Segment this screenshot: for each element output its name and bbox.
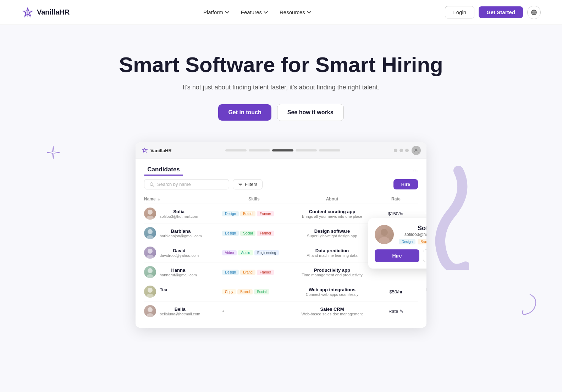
about-title: Web app integrations	[286, 287, 378, 292]
svg-marker-6	[142, 148, 147, 152]
get-started-button[interactable]: Get Started	[479, 6, 523, 18]
skill-tag: Brand	[240, 270, 255, 275]
skill-tag: Brand	[237, 289, 253, 294]
candidate-email: hannarut@gmail.com	[160, 273, 197, 277]
skill-tag: Engineering	[254, 250, 279, 255]
app-mockup: VanillaHR	[136, 142, 426, 328]
candidate-avatar	[144, 247, 156, 259]
about-title: Content curating app	[286, 209, 378, 214]
svg-point-8	[150, 183, 153, 186]
nav-actions: Login Get Started	[445, 6, 541, 19]
candidate-avatar	[144, 305, 156, 317]
about-title: Data prediction	[286, 248, 378, 253]
get-in-touch-button[interactable]: Get in touch	[218, 104, 271, 121]
nav-platform[interactable]: Platform	[203, 9, 230, 15]
candidate-rate: Rate ✎	[378, 309, 414, 314]
timezone-text: (GMT -5) EST	[414, 292, 426, 296]
browser-tab-1	[225, 149, 247, 151]
candidate-email: sofiloo3@hotmail.com	[160, 214, 198, 219]
about-title: Productivity app	[286, 267, 378, 273]
popup-tags: DesignBrandFramer	[399, 239, 426, 244]
browser-bar: VanillaHR	[136, 142, 426, 159]
search-box[interactable]: Search by name	[144, 179, 229, 189]
popup-actions: Hire Message	[375, 249, 426, 262]
candidate-about: Design software Super lightweight design…	[286, 228, 378, 238]
svg-point-25	[148, 307, 153, 312]
skill-tag: Social	[254, 289, 269, 294]
brand-logo[interactable]: VanillaHR	[21, 6, 70, 19]
about-desc: Time management and productivity	[286, 273, 378, 277]
candidate-about: Content curating app Brings all your new…	[286, 209, 378, 219]
skill-tag: Framer	[257, 270, 274, 275]
filters-button[interactable]: Filters	[233, 179, 263, 189]
browser-tab-3	[272, 149, 293, 151]
deco-star	[46, 145, 60, 161]
candidate-location: Los Angeles, CA, USA (GMT -8) PST	[414, 209, 426, 218]
popup-info: Sofia sofiloo3@hotmail.com DesignBrandFr…	[399, 225, 426, 244]
deco-swirl	[519, 291, 541, 321]
popup-hire-button[interactable]: Hire	[375, 249, 419, 262]
search-icon	[149, 182, 154, 187]
browser-user-avatar	[412, 146, 421, 155]
see-how-it-works-button[interactable]: See how it works	[277, 104, 344, 121]
browser-dot-3	[405, 149, 409, 152]
popup-message-button[interactable]: Message	[423, 249, 426, 262]
svg-point-13	[148, 210, 153, 215]
svg-point-16	[379, 237, 390, 244]
nav-links: Platform Features Resources	[203, 9, 312, 15]
svg-point-22	[147, 274, 154, 278]
toolbar: Search by name Filters Hire	[144, 179, 418, 189]
login-button[interactable]: Login	[445, 6, 474, 18]
skill-tag: Framer	[257, 211, 274, 216]
candidate-name: Bella	[160, 307, 200, 312]
candidate-skills: DesignBrandFramer	[222, 270, 286, 275]
candidate-avatar	[144, 286, 156, 298]
hero-section: Smart Software for Smart Hiring It's not…	[0, 25, 562, 342]
panel-more-button[interactable]: ···	[413, 167, 418, 175]
panel-title-underline	[144, 175, 183, 176]
browser-tab-2	[249, 149, 270, 151]
candidate-skills: DesignBrandFramer	[222, 211, 286, 216]
popup-tag: Design	[399, 239, 415, 244]
panel-header: Candidates ···	[144, 166, 418, 176]
location-text: Location ✎	[414, 309, 426, 314]
candidate-email: davidroot@yahoo.com	[160, 253, 199, 258]
candidate-info: Hanna hannarut@gmail.com	[144, 266, 222, 278]
candidate-about: Sales CRM Web-based sales doc management	[286, 307, 378, 316]
popup-name: Sofia	[399, 225, 426, 232]
candidate-details: Sofia sofiloo3@hotmail.com	[160, 209, 198, 219]
svg-point-20	[147, 255, 154, 259]
candidate-info: David davidroot@yahoo.com	[144, 247, 222, 259]
hire-button-main[interactable]: Hire	[393, 179, 418, 189]
candidate-skills: DesignSocialFramer	[222, 231, 286, 236]
nav-features[interactable]: Features	[241, 9, 268, 15]
candidate-skills: CopyBrandSocial	[222, 289, 286, 294]
candidate-about: Web app integrations Connect web apps se…	[286, 287, 378, 297]
candidate-info: Bella bellaluna@hotmail.com	[144, 305, 222, 317]
about-title: Design software	[286, 228, 378, 234]
candidate-info: Sofia sofiloo3@hotmail.com	[144, 208, 222, 220]
popup-avatar	[375, 225, 394, 244]
candidate-email: bellaluna@hotmail.com	[160, 312, 200, 316]
skill-tag: Brand	[240, 211, 255, 216]
deco-ribbon	[423, 164, 469, 270]
nav-resources[interactable]: Resources	[280, 9, 312, 15]
about-desc: Brings all your news into one place	[286, 214, 378, 219]
timezone-text: (GMT -8) PST	[414, 214, 426, 218]
candidate-about: Data prediction AI and machine learning …	[286, 248, 378, 258]
candidate-email: barbianajon@gmail.com	[160, 234, 202, 238]
add-skill-button[interactable]: +	[222, 309, 224, 313]
skill-tag: Design	[222, 211, 239, 216]
popup-top: Sofia sofiloo3@hotmail.com DesignBrandFr…	[375, 225, 426, 244]
candidate-info: Tea –	[144, 286, 222, 298]
filters-label: Filters	[245, 182, 257, 187]
col-skills: Skills	[222, 197, 286, 201]
skill-tag: Social	[240, 231, 255, 236]
table-row: Sofia sofiloo3@hotmail.com DesignBrandFr…	[144, 204, 418, 223]
table-row: Tea – CopyBrandSocial Web app integratio…	[144, 282, 418, 302]
language-button[interactable]	[527, 6, 541, 19]
candidate-skills: +	[222, 309, 286, 313]
popup-email: sofiloo3@hotmail.com	[399, 232, 426, 237]
brand-name: VanillaHR	[37, 8, 70, 16]
svg-point-15	[381, 229, 388, 236]
